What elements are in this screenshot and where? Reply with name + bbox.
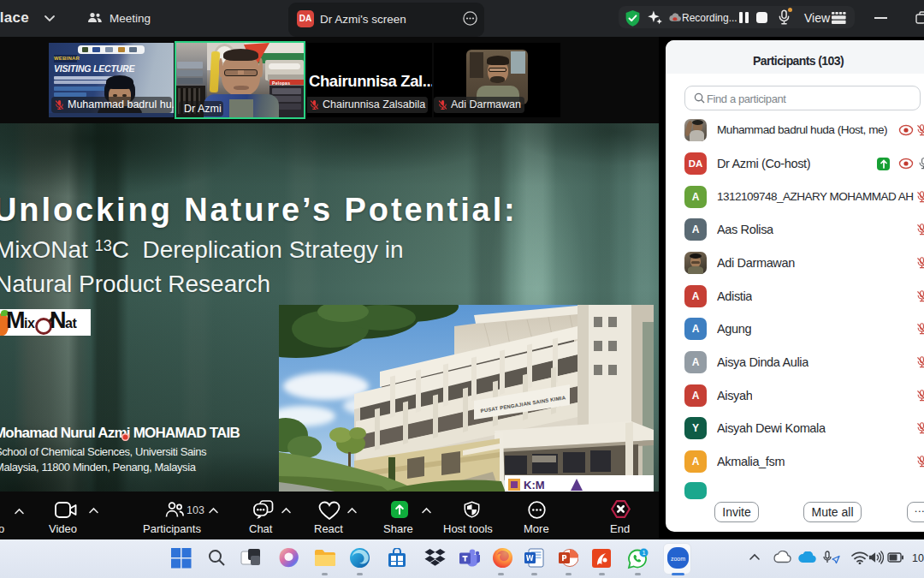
- svg-text:1: 1: [642, 549, 645, 557]
- svg-text:zoom: zoom: [671, 556, 685, 562]
- svg-text:K:M: K:M: [524, 479, 545, 492]
